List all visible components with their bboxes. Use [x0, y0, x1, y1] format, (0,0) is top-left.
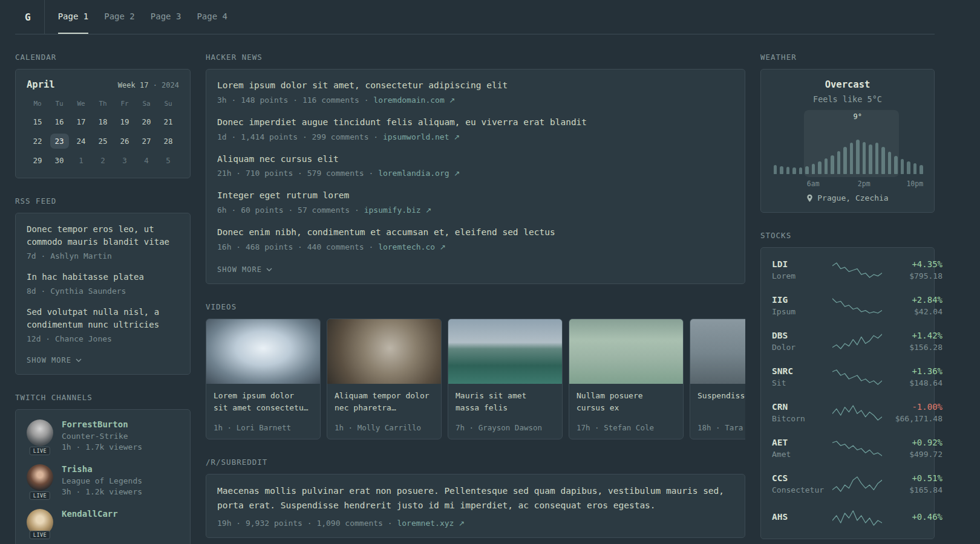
stock-symbol[interactable]: IIG	[772, 295, 828, 305]
calendar-day-other-month: 1	[72, 153, 91, 168]
rss-item: Donec tempor eros leo, ut commodo mauris…	[27, 223, 179, 261]
channel-name[interactable]: Trisha	[62, 464, 142, 474]
item-points: 148 points	[241, 96, 288, 105]
rss-item: In hac habitasse platea 8d · Cynthia Sau…	[27, 271, 179, 296]
news-item-title[interactable]: Integer eget rutrum lorem	[217, 189, 734, 202]
temperature-bar	[780, 166, 783, 174]
news-item-title[interactable]: Donec imperdiet augue tincidunt felis al…	[217, 116, 734, 129]
domain-link[interactable]: loremlandia.org	[378, 169, 449, 178]
comments-link[interactable]: 1,090 comments	[316, 519, 383, 528]
weather-feels-like: Feels like 5°C	[772, 94, 923, 104]
video-author[interactable]: Grayson Dawson	[479, 423, 542, 432]
video-title[interactable]: Mauris sit amet massa felis	[448, 384, 562, 414]
video-author[interactable]: Molly Carrillo	[358, 423, 421, 432]
news-item-title[interactable]: Lorem ipsum dolor sit amet, consectetur …	[217, 79, 734, 92]
comments-link[interactable]: 579 comments	[307, 169, 364, 178]
video-thumbnail[interactable]	[448, 319, 562, 384]
stock-symbol[interactable]: LDI	[772, 259, 828, 269]
video-title[interactable]: Nullam posuere cursus ex	[569, 384, 683, 414]
stock-sparkline	[832, 439, 882, 458]
video-title[interactable]: Suspendisse diam	[690, 384, 745, 402]
stock-sparkline	[832, 509, 882, 527]
rss-item-title[interactable]: In hac habitasse platea	[27, 271, 179, 283]
stock-sparkline	[832, 475, 882, 493]
external-link-icon: ↗	[425, 206, 431, 215]
tab-page-3[interactable]: Page 3	[151, 0, 181, 34]
peak-temperature-label: 9°	[854, 112, 862, 121]
video-author[interactable]: Lori Barnett	[237, 423, 291, 432]
rss-item-title[interactable]: Donec tempor eros leo, ut commodo mauris…	[27, 223, 179, 248]
news-item-title[interactable]: Donec enim nibh, condimentum et accumsan…	[217, 226, 734, 239]
stock-symbol[interactable]: CRN	[772, 402, 828, 412]
separator: ·	[288, 206, 293, 215]
weekday-label: Sa	[142, 100, 150, 110]
comments-link[interactable]: 116 comments	[302, 96, 359, 105]
channel-game[interactable]: League of Legends	[62, 476, 142, 485]
calendar-section-title: CALENDAR	[15, 53, 191, 62]
tab-page-2[interactable]: Page 2	[104, 0, 135, 34]
rss-show-more-button[interactable]: SHOW MORE	[27, 356, 82, 364]
video-thumbnail[interactable]	[206, 319, 320, 384]
domain-link[interactable]: ipsumify.biz	[364, 206, 421, 215]
video-thumbnail[interactable]	[327, 319, 441, 384]
stock-symbol[interactable]: AET	[772, 438, 828, 447]
weather-card: Overcast Feels like 5°C 9°6am2pm10pm Pra…	[760, 69, 935, 213]
stock-change: +0.92%	[887, 438, 942, 447]
domain-link[interactable]: ipsumworld.net	[383, 132, 449, 141]
domain-link[interactable]: loremdomain.com	[373, 96, 444, 105]
video-title[interactable]: Lorem ipsum dolor sit amet consectetu…	[206, 384, 320, 414]
subreddit-section-title[interactable]: /R/SUBREDDIT	[206, 458, 745, 467]
domain-link[interactable]: loremtech.co	[378, 242, 435, 251]
page: G Page 1 Page 2 Page 3 Page 4 CALENDAR A…	[0, 0, 980, 544]
rss-item-author: Cynthia Saunders	[50, 287, 126, 296]
news-item-title[interactable]: Aliquam nec cursus elit	[217, 153, 734, 166]
weather-section-title: WEATHER	[760, 53, 935, 62]
comments-link[interactable]: 440 comments	[307, 242, 364, 251]
rss-item-title[interactable]: Sed volutpat nulla nisl, a condimentum n…	[27, 306, 179, 331]
stock-change: +1.36%	[887, 366, 942, 376]
weekday-label: We	[77, 100, 85, 110]
video-card: Mauris sit amet massa felis 7h · Grayson…	[448, 319, 563, 439]
stock-symbol[interactable]: SNRC	[772, 366, 828, 376]
rss-item-author: Chance Jones	[55, 334, 112, 343]
separator: ·	[227, 423, 232, 432]
subreddit-card: Maecenas mollis pulvinar erat non posuer…	[206, 474, 745, 538]
video-thumbnail[interactable]	[690, 319, 745, 384]
channel-avatar[interactable]	[27, 464, 53, 491]
stock-symbol[interactable]: DBS	[772, 331, 828, 340]
channel-name[interactable]: ForrestBurton	[62, 419, 142, 429]
rss-item-age: 12d	[27, 334, 41, 343]
tab-page-4[interactable]: Page 4	[197, 0, 227, 34]
videos-widget: VIDEOS Lorem ipsum dolor sit amet consec…	[206, 302, 745, 439]
app-logo: G	[15, 0, 45, 34]
video-title[interactable]: Aliquam tempor dolor nec pharetra…	[327, 384, 441, 414]
channel-avatar[interactable]	[27, 419, 53, 446]
rss-item-age: 8d	[27, 287, 36, 296]
hackernews-card: Lorem ipsum dolor sit amet, consectetur …	[206, 69, 745, 284]
domain-link[interactable]: loremnet.xyz	[397, 519, 454, 528]
temperature-bar	[831, 155, 834, 174]
channel-name[interactable]: KendallCarr	[62, 509, 118, 519]
channel-game[interactable]: Counter-Strike	[62, 432, 142, 441]
video-thumbnail[interactable]	[569, 319, 683, 384]
stock-sparkline	[832, 332, 882, 351]
video-author[interactable]: Stefan Cole	[604, 423, 654, 432]
tab-page-1[interactable]: Page 1	[58, 0, 89, 34]
hackernews-show-more-button[interactable]: SHOW MORE	[217, 265, 272, 274]
temperature-bar	[837, 151, 841, 174]
video-author[interactable]: Tara	[725, 423, 743, 432]
calendar-day: 25	[94, 134, 113, 149]
stock-price: $795.18	[887, 271, 942, 280]
twitch-card: LIVE ForrestBurton Counter-Strike 1h · 1…	[15, 409, 191, 544]
live-badge: LIVE	[30, 447, 50, 455]
stock-change: +0.46%	[887, 512, 942, 522]
separator: ·	[231, 96, 236, 105]
calendar-day-selected: 23	[50, 134, 69, 149]
calendar-day: 21	[159, 114, 178, 129]
stock-symbol[interactable]: AHS	[772, 512, 828, 522]
reddit-post-title[interactable]: Maecenas mollis pulvinar erat non posuer…	[217, 484, 734, 513]
comments-link[interactable]: 57 comments	[298, 206, 350, 215]
stock-symbol[interactable]: CCS	[772, 473, 828, 483]
comments-link[interactable]: 299 comments	[312, 132, 369, 141]
temperature-bar	[792, 167, 796, 174]
